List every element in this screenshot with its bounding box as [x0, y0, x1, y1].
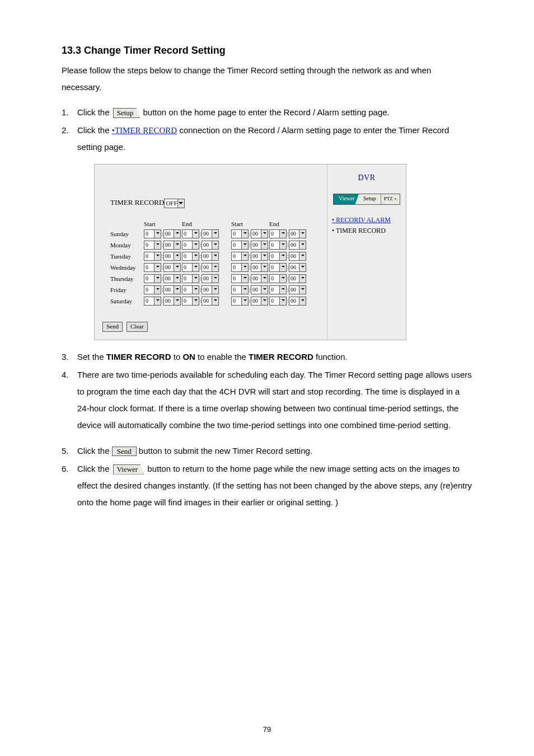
hour-dropdown[interactable]: 0: [144, 252, 161, 261]
hour-dropdown[interactable]: 0: [231, 263, 249, 272]
hour-dropdown[interactable]: 0: [182, 252, 199, 261]
step-1: Click the Setup button on the home page …: [62, 104, 472, 121]
hour-dropdown[interactable]: 0: [231, 274, 249, 283]
minute-dropdown[interactable]: 00: [202, 263, 219, 272]
step-5: Click the Send button to submit the new …: [62, 443, 472, 459]
screenshot-panel: TIMER RECORDOFF Start End Start End Sund…: [94, 164, 406, 340]
timer-record-link-inline: •TIMER RECORD: [112, 126, 177, 135]
minute-dropdown[interactable]: 00: [163, 252, 181, 261]
intro-paragraph: Please follow the steps below to change …: [62, 62, 472, 96]
nav-record-alarm[interactable]: • RECORD/ ALARM: [332, 216, 391, 224]
step-2: Click the •TIMER RECORD connection on th…: [62, 122, 472, 156]
minute-dropdown[interactable]: 00: [289, 263, 306, 272]
hour-dropdown[interactable]: 0: [144, 274, 161, 283]
hour-dropdown[interactable]: 0: [182, 297, 199, 306]
brand-label: DVR: [331, 173, 402, 182]
hour-dropdown[interactable]: 0: [269, 241, 287, 250]
minute-dropdown[interactable]: 00: [202, 274, 219, 283]
viewer-button-inline: Viewer: [113, 464, 144, 475]
hour-dropdown[interactable]: 0: [231, 285, 249, 294]
col-end-1: End: [182, 220, 220, 227]
day-row: Wednsday0:000:000:000:00: [110, 262, 322, 273]
bold: ON: [182, 352, 195, 361]
day-row: Sunday0:000:000:000:00: [110, 229, 322, 239]
minute-dropdown[interactable]: 00: [251, 274, 268, 283]
hour-dropdown[interactable]: 0: [269, 285, 287, 294]
minute-dropdown[interactable]: 00: [163, 285, 181, 294]
day-label: Friday: [110, 287, 144, 293]
minute-dropdown[interactable]: 00: [289, 285, 306, 294]
hour-dropdown[interactable]: 0: [144, 241, 161, 250]
minute-dropdown[interactable]: 00: [251, 241, 268, 250]
minute-dropdown[interactable]: 00: [289, 297, 306, 306]
day-label: Wednsday: [110, 264, 144, 271]
tab-ptz[interactable]: PTZ +: [381, 194, 400, 204]
hour-dropdown[interactable]: 0: [269, 229, 287, 238]
minute-dropdown[interactable]: 00: [163, 263, 181, 272]
col-start-2: Start: [231, 220, 269, 227]
hour-dropdown[interactable]: 0: [231, 241, 249, 250]
nav-timer-record: • TIMER RECORD: [332, 227, 386, 234]
hour-dropdown[interactable]: 0: [182, 241, 199, 250]
button-row: Send Clear: [102, 322, 322, 332]
day-row: Friday0:000:000:000:00: [110, 285, 322, 295]
send-button-inline: Send: [112, 447, 137, 456]
minute-dropdown[interactable]: 00: [163, 274, 181, 283]
minute-dropdown[interactable]: 00: [202, 252, 219, 261]
hour-dropdown[interactable]: 0: [144, 285, 161, 294]
hour-dropdown[interactable]: 0: [231, 229, 249, 238]
text: function.: [313, 352, 348, 361]
hour-dropdown[interactable]: 0: [231, 252, 249, 261]
minute-dropdown[interactable]: 00: [202, 229, 219, 238]
hour-dropdown[interactable]: 0: [144, 297, 161, 306]
minute-dropdown[interactable]: 00: [202, 297, 219, 306]
minute-dropdown[interactable]: 00: [289, 241, 306, 250]
minute-dropdown[interactable]: 00: [163, 241, 181, 250]
minute-dropdown[interactable]: 00: [202, 285, 219, 294]
text: Set the: [77, 352, 106, 361]
minute-dropdown[interactable]: 00: [251, 263, 268, 272]
day-row: Tuesday0:000:000:000:00: [110, 251, 322, 261]
hour-dropdown[interactable]: 0: [269, 263, 287, 272]
text: button on the home page to enter the Rec…: [143, 107, 389, 117]
minute-dropdown[interactable]: 00: [251, 297, 268, 306]
hour-dropdown[interactable]: 0: [231, 297, 249, 306]
minute-dropdown[interactable]: 00: [251, 252, 268, 261]
step-6: Click the Viewer button to return to the…: [62, 461, 472, 511]
hour-dropdown[interactable]: 0: [144, 263, 161, 272]
day-label: Saturday: [110, 298, 144, 304]
day-label: Monday: [110, 242, 144, 248]
minute-dropdown[interactable]: 00: [289, 229, 306, 238]
text: to enable the: [195, 352, 249, 361]
col-start-1: Start: [144, 220, 182, 227]
hour-dropdown[interactable]: 0: [182, 263, 199, 272]
grid-header: Start End Start End: [110, 220, 322, 227]
hour-dropdown[interactable]: 0: [182, 229, 199, 238]
bold: TIMER RECORD: [106, 352, 171, 361]
minute-dropdown[interactable]: 00: [251, 229, 268, 238]
minute-dropdown[interactable]: 00: [202, 241, 219, 250]
clear-button[interactable]: Clear: [127, 322, 148, 332]
hour-dropdown[interactable]: 0: [269, 274, 287, 283]
tab-viewer[interactable]: Viewer: [334, 194, 359, 204]
minute-dropdown[interactable]: 00: [163, 229, 181, 238]
hour-dropdown[interactable]: 0: [182, 285, 199, 294]
hour-dropdown[interactable]: 0: [269, 297, 287, 306]
timer-record-dropdown[interactable]: OFF: [164, 199, 184, 208]
day-row: Thursday0:000:000:000:00: [110, 274, 322, 284]
send-button[interactable]: Send: [102, 322, 123, 332]
tab-bar: Viewer Setup PTZ +: [333, 194, 400, 205]
minute-dropdown[interactable]: 00: [251, 285, 268, 294]
step-4: There are two time-periods available for…: [62, 367, 472, 434]
minute-dropdown[interactable]: 00: [289, 274, 306, 283]
hour-dropdown[interactable]: 0: [269, 252, 287, 261]
minute-dropdown[interactable]: 00: [289, 252, 306, 261]
tab-setup[interactable]: Setup: [355, 194, 381, 204]
bold: TIMER RECORD: [249, 352, 313, 361]
col-end-2: End: [269, 220, 307, 227]
hour-dropdown[interactable]: 0: [182, 274, 199, 283]
minute-dropdown[interactable]: 00: [163, 297, 181, 306]
hour-dropdown[interactable]: 0: [144, 229, 161, 238]
page-number: 79: [0, 725, 534, 734]
text: Click the: [77, 125, 112, 135]
